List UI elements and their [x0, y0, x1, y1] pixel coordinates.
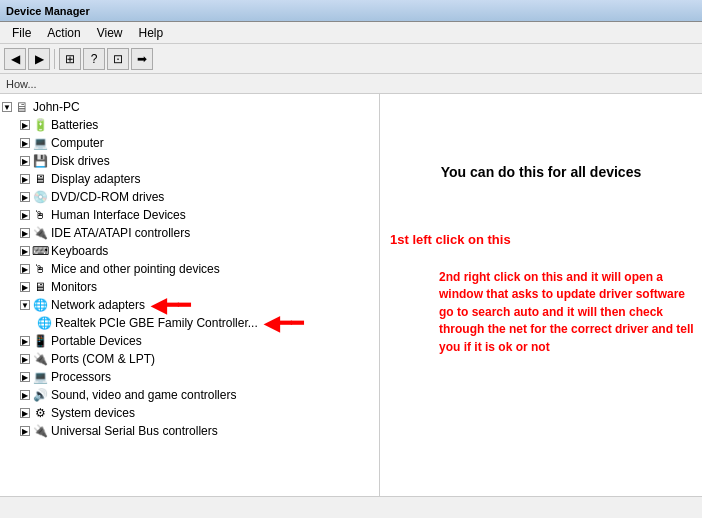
mice-expand[interactable]: ▶ [20, 264, 30, 274]
tree-item-mice[interactable]: ▶ 🖱 Mice and other pointing devices [0, 260, 379, 278]
keyboards-expand[interactable]: ▶ [20, 246, 30, 256]
ide-icon: 🔌 [32, 225, 48, 241]
back-button[interactable]: ◀ [4, 48, 26, 70]
disk-icon: 💾 [32, 153, 48, 169]
window-title: Device Manager [6, 5, 90, 17]
system-label: System devices [51, 406, 135, 420]
computer-node-icon: 💻 [32, 135, 48, 151]
tree-item-display[interactable]: ▶ 🖥 Display adapters [0, 170, 379, 188]
display-label: Display adapters [51, 172, 140, 186]
keyboards-label: Keyboards [51, 244, 108, 258]
tree-item-sound[interactable]: ▶ 🔊 Sound, video and game controllers [0, 386, 379, 404]
hid-expand[interactable]: ▶ [20, 210, 30, 220]
info-text: How... [6, 78, 37, 90]
tree-item-network[interactable]: ▼ 🌐 Network adapters ◀━━ [0, 296, 379, 314]
root-expand[interactable]: ▼ [2, 102, 12, 112]
second-click-annotation: 2nd right click on this and it will open… [439, 269, 694, 356]
tree-root[interactable]: ▼ 🖥 John-PC [0, 98, 379, 116]
dvd-icon: 💿 [32, 189, 48, 205]
hid-label: Human Interface Devices [51, 208, 186, 222]
tree-item-ports[interactable]: ▶ 🔌 Ports (COM & LPT) [0, 350, 379, 368]
monitors-icon: 🖥 [32, 279, 48, 295]
hid-icon: 🖱 [32, 207, 48, 223]
tree-item-system[interactable]: ▶ ⚙ System devices [0, 404, 379, 422]
tree-item-keyboards[interactable]: ▶ ⌨ Keyboards [0, 242, 379, 260]
ide-label: IDE ATA/ATAPI controllers [51, 226, 190, 240]
view-button[interactable]: ⊡ [107, 48, 129, 70]
monitors-expand[interactable]: ▶ [20, 282, 30, 292]
portable-icon: 📱 [32, 333, 48, 349]
batteries-label: Batteries [51, 118, 98, 132]
tree-item-computer[interactable]: ▶ 💻 Computer [0, 134, 379, 152]
tree-item-ide[interactable]: ▶ 🔌 IDE ATA/ATAPI controllers [0, 224, 379, 242]
ide-expand[interactable]: ▶ [20, 228, 30, 238]
tree-item-disk[interactable]: ▶ 💾 Disk drives [0, 152, 379, 170]
network-icon: 🌐 [32, 297, 48, 313]
realtek-icon: 🌐 [36, 315, 52, 331]
processors-label: Processors [51, 370, 111, 384]
menu-view[interactable]: View [89, 24, 131, 42]
system-icon: ⚙ [32, 405, 48, 421]
device-tree[interactable]: ▼ 🖥 John-PC ▶ 🔋 Batteries ▶ 💻 Computer ▶… [0, 94, 380, 496]
title-bar: Device Manager [0, 0, 702, 22]
ports-icon: 🔌 [32, 351, 48, 367]
system-expand[interactable]: ▶ [20, 408, 30, 418]
portable-expand[interactable]: ▶ [20, 336, 30, 346]
tree-item-batteries[interactable]: ▶ 🔋 Batteries [0, 116, 379, 134]
status-bar [0, 496, 702, 518]
action-button[interactable]: ➡ [131, 48, 153, 70]
disk-label: Disk drives [51, 154, 110, 168]
ports-label: Ports (COM & LPT) [51, 352, 155, 366]
batteries-expand[interactable]: ▶ [20, 120, 30, 130]
sound-icon: 🔊 [32, 387, 48, 403]
first-click-annotation: 1st left click on this [390, 232, 511, 247]
menu-bar: File Action View Help [0, 22, 702, 44]
menu-action[interactable]: Action [39, 24, 88, 42]
dvd-label: DVD/CD-ROM drives [51, 190, 164, 204]
usb-icon: 🔌 [32, 423, 48, 439]
processors-expand[interactable]: ▶ [20, 372, 30, 382]
sound-label: Sound, video and game controllers [51, 388, 236, 402]
menu-help[interactable]: Help [131, 24, 172, 42]
forward-button[interactable]: ▶ [28, 48, 50, 70]
computer-expand[interactable]: ▶ [20, 138, 30, 148]
disk-expand[interactable]: ▶ [20, 156, 30, 166]
annotation-header: You can do this for all devices [395, 164, 687, 180]
network-label: Network adapters [51, 298, 145, 312]
batteries-icon: 🔋 [32, 117, 48, 133]
tree-item-realtek[interactable]: 🌐 Realtek PCIe GBE Family Controller... … [0, 314, 379, 332]
keyboards-icon: ⌨ [32, 243, 48, 259]
computer-label: Computer [51, 136, 104, 150]
network-expand[interactable]: ▼ [20, 300, 30, 310]
usb-expand[interactable]: ▶ [20, 426, 30, 436]
realtek-label: Realtek PCIe GBE Family Controller... [55, 316, 258, 330]
dvd-expand[interactable]: ▶ [20, 192, 30, 202]
toolbar-separator [54, 49, 55, 69]
computer-icon: 🖥 [14, 99, 30, 115]
display-icon: 🖥 [32, 171, 48, 187]
ports-expand[interactable]: ▶ [20, 354, 30, 364]
display-expand[interactable]: ▶ [20, 174, 30, 184]
main-content: ▼ 🖥 John-PC ▶ 🔋 Batteries ▶ 💻 Computer ▶… [0, 94, 702, 496]
usb-label: Universal Serial Bus controllers [51, 424, 218, 438]
mice-label: Mice and other pointing devices [51, 262, 220, 276]
processors-icon: 💻 [32, 369, 48, 385]
toolbar: ◀ ▶ ⊞ ? ⊡ ➡ [0, 44, 702, 74]
mice-icon: 🖱 [32, 261, 48, 277]
monitors-label: Monitors [51, 280, 97, 294]
sound-expand[interactable]: ▶ [20, 390, 30, 400]
help-button[interactable]: ? [83, 48, 105, 70]
properties-button[interactable]: ⊞ [59, 48, 81, 70]
right-panel: You can do this for all devices 1st left… [380, 94, 702, 496]
realtek-arrow: ◀━━ [264, 311, 303, 335]
tree-item-dvd[interactable]: ▶ 💿 DVD/CD-ROM drives [0, 188, 379, 206]
tree-item-portable[interactable]: ▶ 📱 Portable Devices [0, 332, 379, 350]
tree-item-hid[interactable]: ▶ 🖱 Human Interface Devices [0, 206, 379, 224]
portable-label: Portable Devices [51, 334, 142, 348]
tree-item-usb[interactable]: ▶ 🔌 Universal Serial Bus controllers [0, 422, 379, 440]
root-label: John-PC [33, 100, 80, 114]
tree-item-processors[interactable]: ▶ 💻 Processors [0, 368, 379, 386]
info-bar: How... [0, 74, 702, 94]
menu-file[interactable]: File [4, 24, 39, 42]
